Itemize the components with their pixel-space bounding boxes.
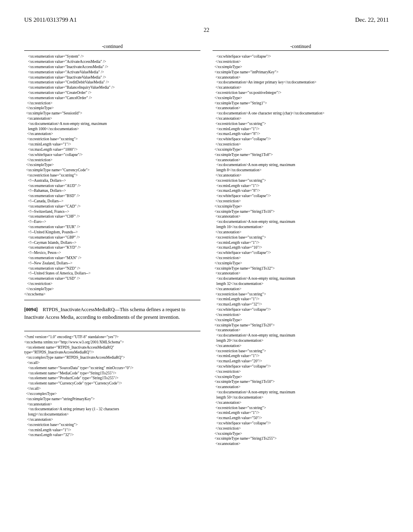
left-column: -continued <xs:enumeration value="System…: [24, 44, 200, 447]
paragraph-0094: [0094] RTPDS_InactivateAccessMediaRQ—Thi…: [24, 306, 200, 321]
continued-label-left: -continued: [24, 44, 200, 51]
paragraph-number: [0094]: [24, 307, 38, 312]
code-block-2: <?xml version="1.0" encoding="UTF-8" sta…: [24, 335, 200, 438]
content-columns: -continued <xs:enumeration value="System…: [24, 44, 389, 447]
code-block-1: <xs:enumeration value="System" /> <xs:en…: [24, 54, 200, 297]
page-number: 22: [24, 27, 389, 34]
publication-number: US 2011/0313799 A1: [24, 16, 77, 24]
rule: [24, 331, 200, 331]
code-block-3: <xs:whiteSpace value="collapse"/> </xs:r…: [213, 54, 389, 447]
right-column: -continued <xs:whiteSpace value="collaps…: [213, 44, 389, 447]
page-header: US 2011/0313799 A1 Dec. 22, 2011: [24, 16, 389, 24]
paragraph-text: RTPDS_InactivateAccessMediaRQ—This schem…: [24, 307, 186, 320]
continued-label-right: -continued: [213, 44, 389, 51]
rule: [24, 300, 200, 300]
publication-date: Dec. 22, 2011: [355, 16, 389, 24]
